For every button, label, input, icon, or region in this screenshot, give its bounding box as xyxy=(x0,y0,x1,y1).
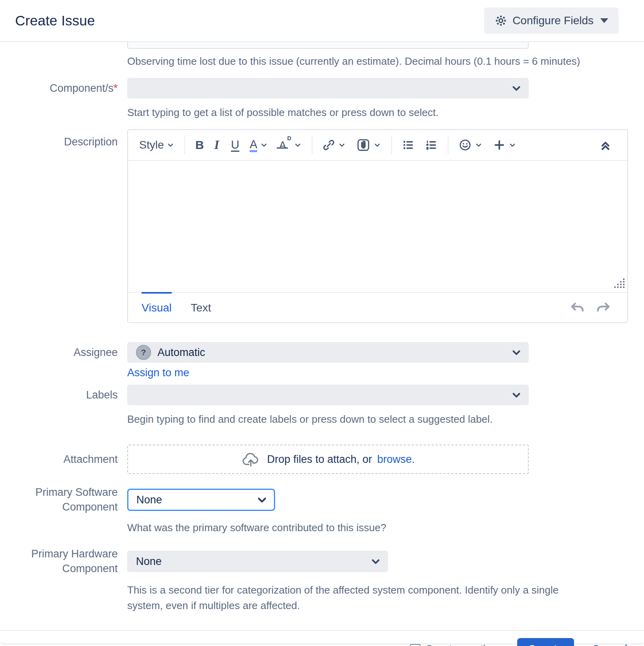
components-row: Component/s* xyxy=(15,78,644,99)
chevron-down-icon xyxy=(256,493,268,506)
drop-files-text: Drop files to attach, or xyxy=(267,453,372,466)
primary-software-help-row: What was the primary software contribute… xyxy=(15,520,644,536)
link-icon xyxy=(322,139,335,151)
double-chevron-up-icon xyxy=(599,138,612,152)
emoji-icon xyxy=(458,138,472,152)
time-lost-input[interactable] xyxy=(127,42,529,49)
clear-formatting-button[interactable]: AD xyxy=(278,139,301,151)
browse-link[interactable]: browse. xyxy=(377,453,415,466)
chevron-down-icon xyxy=(510,346,522,358)
editor-footer: Visual Text xyxy=(128,292,627,322)
page-title: Create Issue xyxy=(15,13,95,29)
components-label: Component/s* xyxy=(15,81,118,96)
primary-hardware-help-text: This is a second tier for categorization… xyxy=(127,582,584,613)
editor-toolbar: Style B I U A xyxy=(128,130,627,161)
components-help-row: Start typing to get a list of possible m… xyxy=(15,105,644,120)
labels-help-text: Begin typing to find and create labels o… xyxy=(127,412,644,427)
paperclip-icon xyxy=(356,138,370,152)
insert-more-button[interactable] xyxy=(493,139,516,151)
configure-fields-button[interactable]: Configure Fields xyxy=(484,8,619,34)
assign-to-me-link[interactable]: Assign to me xyxy=(127,367,189,379)
description-row: Description Style B I U xyxy=(15,129,644,323)
attachment-row: Attachment Drop files to attach, or brow… xyxy=(15,445,644,474)
description-label: Description xyxy=(15,129,118,149)
primary-software-select[interactable]: None xyxy=(127,489,275,511)
attach-file-button[interactable] xyxy=(356,138,381,152)
collapse-toolbar-button[interactable] xyxy=(599,138,612,152)
numbered-list-icon xyxy=(425,139,438,151)
primary-hardware-label: Primary Hardware Component xyxy=(15,547,118,576)
avatar: ? xyxy=(136,345,151,360)
chevron-down-icon xyxy=(510,82,522,94)
labels-help-row: Begin typing to find and create labels o… xyxy=(15,412,644,427)
time-help-text: Observing time lost due to this issue (c… xyxy=(127,54,644,69)
primary-hardware-select[interactable]: None xyxy=(127,551,388,572)
assignee-select[interactable]: ? Automatic xyxy=(127,342,529,363)
create-another-checkbox[interactable] xyxy=(410,644,421,646)
labels-label: Labels xyxy=(15,388,118,402)
plus-icon xyxy=(493,139,506,151)
bold-button[interactable]: B xyxy=(195,138,204,152)
tab-visual[interactable]: Visual xyxy=(142,292,172,322)
labels-select[interactable] xyxy=(127,385,529,405)
chevron-down-icon xyxy=(508,141,516,149)
primary-software-value: None xyxy=(136,494,162,506)
chevron-down-icon xyxy=(338,141,346,149)
chevron-down-icon xyxy=(373,141,381,149)
assignee-label: Assignee xyxy=(15,345,118,360)
create-issue-dialog: Create Issue Configure Fields Observing … xyxy=(0,0,644,644)
attachment-dropzone[interactable]: Drop files to attach, or browse. xyxy=(127,445,529,474)
bullet-list-button[interactable] xyxy=(402,139,415,151)
required-asterisk: * xyxy=(113,82,118,94)
description-textarea[interactable] xyxy=(128,161,627,292)
bullet-list-icon xyxy=(402,139,415,151)
italic-button[interactable]: I xyxy=(214,138,221,152)
text-color-button[interactable]: A xyxy=(250,138,268,152)
dialog-header: Create Issue Configure Fields xyxy=(0,0,644,41)
chevron-down-icon xyxy=(475,141,483,149)
chevron-down-icon xyxy=(510,389,522,401)
description-editor: Style B I U A xyxy=(127,129,628,323)
labels-row: Labels xyxy=(15,385,644,405)
chevron-down-icon xyxy=(370,555,382,567)
link-button[interactable] xyxy=(322,139,346,151)
toolbar-separator xyxy=(312,135,312,155)
redo-icon[interactable] xyxy=(596,301,611,314)
time-field-row xyxy=(15,42,644,49)
chevron-down-icon xyxy=(260,141,268,149)
resize-grip[interactable] xyxy=(614,279,625,290)
attachment-label: Attachment xyxy=(15,452,118,467)
cloud-upload-icon xyxy=(241,451,260,468)
components-select[interactable] xyxy=(127,78,529,99)
primary-hardware-row: Primary Hardware Component None xyxy=(15,547,644,576)
caret-down-icon xyxy=(600,18,608,23)
toolbar-separator xyxy=(391,135,392,155)
primary-software-label: Primary Software Component xyxy=(15,485,118,514)
emoji-button[interactable] xyxy=(458,138,483,152)
components-help-text: Start typing to get a list of possible m… xyxy=(127,105,644,120)
cancel-link[interactable]: Cancel xyxy=(592,643,627,646)
toolbar-separator xyxy=(184,135,185,155)
assignee-row: Assignee ? Automatic xyxy=(15,342,644,363)
primary-software-row: Primary Software Component None xyxy=(15,485,644,514)
primary-software-help-text: What was the primary software contribute… xyxy=(127,520,644,536)
toolbar-separator xyxy=(448,135,448,155)
primary-hardware-help-row: This is a second tier for categorization… xyxy=(15,582,644,613)
assign-to-me-row: Assign to me xyxy=(15,367,644,379)
configure-fields-label: Configure Fields xyxy=(512,14,594,27)
time-help-row: Observing time lost due to this issue (c… xyxy=(15,54,644,69)
underline-button[interactable]: U xyxy=(231,139,239,152)
assignee-value: Automatic xyxy=(157,346,205,359)
style-dropdown[interactable]: Style xyxy=(139,139,175,151)
chevron-down-icon xyxy=(294,141,302,149)
create-another-label: Create another xyxy=(425,643,499,646)
dialog-footer: Create another Create Cancel xyxy=(0,631,644,646)
tab-text[interactable]: Text xyxy=(191,292,211,322)
create-button[interactable]: Create xyxy=(517,638,574,646)
primary-hardware-value: None xyxy=(136,555,162,568)
numbered-list-button[interactable] xyxy=(425,139,438,151)
chevron-down-icon xyxy=(167,141,175,149)
undo-icon[interactable] xyxy=(569,301,585,314)
create-issue-form: Observing time lost due to this issue (c… xyxy=(0,42,644,613)
gear-icon xyxy=(495,14,507,27)
